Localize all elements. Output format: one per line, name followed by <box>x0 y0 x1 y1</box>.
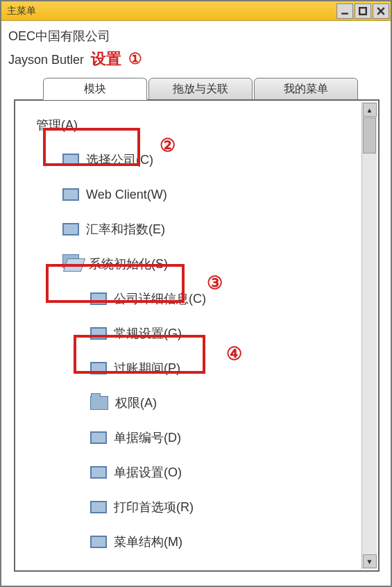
tree-label: 管理(A) <box>36 117 78 133</box>
tree-label: 汇率和指数(E) <box>86 221 165 238</box>
tree-label: 单据设置(O) <box>114 464 182 481</box>
tree-node-permissions[interactable]: 权限(A) <box>32 386 360 420</box>
tab-modules[interactable]: 模块 <box>43 78 147 100</box>
window-title: 主菜单 <box>7 5 336 17</box>
scroll-down-button[interactable]: ▼ <box>363 554 377 568</box>
content-area: OEC中国有限公司 Jayson Butler 设置 ① 模块 拖放与关联 我的… <box>1 21 391 586</box>
window-icon <box>90 327 107 340</box>
titlebar: 主菜单 <box>1 1 391 21</box>
user-name: Jayson Butler <box>8 53 84 67</box>
vertical-scrollbar[interactable]: ▲ ▼ <box>361 102 377 569</box>
company-label: OEC中国有限公司 <box>8 28 384 44</box>
scroll-track[interactable] <box>362 117 377 554</box>
tree-label: 菜单结构(M) <box>114 534 182 550</box>
window-icon <box>90 431 107 444</box>
window-controls <box>336 3 391 19</box>
tree-node-web-client[interactable]: Web Client(W) <box>32 177 360 212</box>
tree-node-exchange-rate[interactable]: 汇率和指数(E) <box>32 212 360 247</box>
tree-node-menu-structure[interactable]: 菜单结构(M) <box>32 524 360 559</box>
tree-node-admin[interactable]: 管理(A) <box>32 108 360 142</box>
window-icon <box>90 466 107 479</box>
window-icon <box>90 536 107 548</box>
folder-closed-icon <box>90 396 108 410</box>
tree-label: 公司详细信息(C) <box>114 290 206 307</box>
scroll-up-button[interactable]: ▲ <box>363 103 377 117</box>
minimize-button[interactable] <box>336 3 353 19</box>
folder-open-icon <box>62 257 82 271</box>
window-icon <box>62 223 79 235</box>
tree-label: Web Client(W) <box>86 188 167 202</box>
tree-node-doc-numbering[interactable]: 单据编号(D) <box>32 420 360 455</box>
tab-mymenu[interactable]: 我的菜单 <box>254 78 358 100</box>
tree-label: 系统初始化(S) <box>89 256 168 272</box>
tree-node-general-settings[interactable]: 常规设置(G) <box>32 316 360 351</box>
window-icon <box>62 154 79 166</box>
menu-tree: 管理(A) 选择公司(C) Web Client(W) 汇率和指数(E) 系统初 <box>32 108 360 559</box>
tree-label: 打印首选项(R) <box>114 499 194 515</box>
window-icon <box>90 501 107 513</box>
tab-dragdrop[interactable]: 拖放与关联 <box>148 78 253 100</box>
window-icon <box>90 362 107 374</box>
close-button[interactable] <box>373 3 389 19</box>
callout-1: ① <box>128 50 142 68</box>
user-line: Jayson Butler 设置 ① <box>8 49 384 69</box>
svg-rect-1 <box>359 8 366 15</box>
tree-pane: 管理(A) 选择公司(C) Web Client(W) 汇率和指数(E) 系统初 <box>14 99 380 572</box>
tree-wrap: 管理(A) 选择公司(C) Web Client(W) 汇率和指数(E) 系统初 <box>32 108 360 563</box>
tab-bar: 模块 拖放与关联 我的菜单 <box>43 78 384 100</box>
tree-label: 选择公司(C) <box>86 151 153 168</box>
window-icon <box>62 188 79 201</box>
tree-node-print-prefs[interactable]: 打印首选项(R) <box>32 490 360 524</box>
tree-node-system-init[interactable]: 系统初始化(S) <box>32 247 360 281</box>
window-icon <box>90 292 107 305</box>
tree-node-posting-period[interactable]: 过账期间(P) <box>32 351 360 386</box>
scroll-thumb[interactable] <box>363 117 376 154</box>
tree-label: 过账期间(P) <box>114 360 180 377</box>
tree-label: 权限(A) <box>115 395 157 411</box>
tree-node-doc-settings[interactable]: 单据设置(O) <box>32 455 360 490</box>
maximize-button[interactable] <box>355 3 371 19</box>
settings-link[interactable]: 设置 <box>91 49 121 69</box>
tree-label: 单据编号(D) <box>114 429 181 446</box>
tree-node-company-detail[interactable]: 公司详细信息(C) <box>32 281 360 316</box>
tree-node-select-company[interactable]: 选择公司(C) <box>32 142 360 177</box>
tree-label: 常规设置(G) <box>114 325 182 342</box>
